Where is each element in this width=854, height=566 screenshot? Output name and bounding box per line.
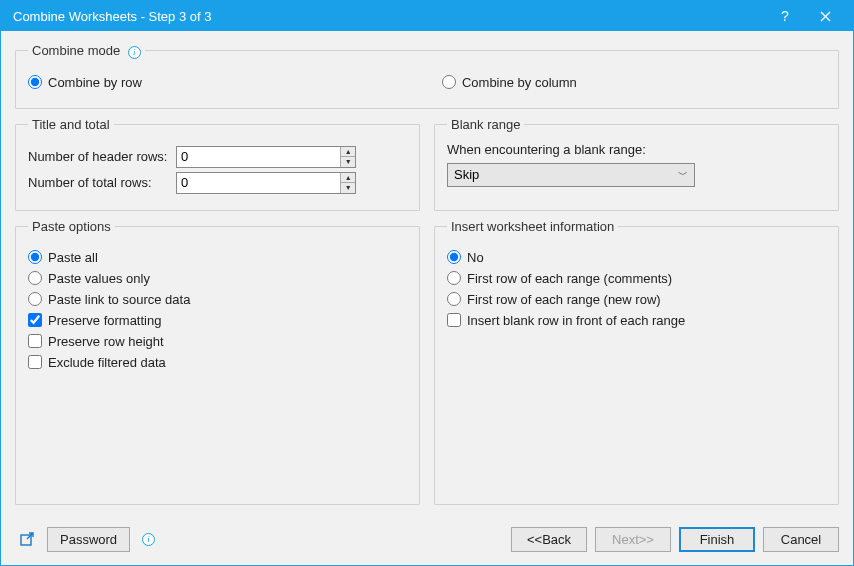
combine-by-row-label: Combine by row bbox=[48, 75, 142, 90]
preserve-formatting-checkbox[interactable] bbox=[28, 313, 42, 327]
paste-values-option[interactable]: Paste values only bbox=[28, 271, 407, 286]
window-title: Combine Worksheets - Step 3 of 3 bbox=[9, 9, 765, 24]
next-button: Next>> bbox=[595, 527, 671, 552]
info-icon[interactable]: i bbox=[142, 533, 155, 546]
insert-first-newrow-label: First row of each range (new row) bbox=[467, 292, 661, 307]
blank-range-legend: Blank range bbox=[447, 117, 524, 132]
paste-values-radio[interactable] bbox=[28, 271, 42, 285]
insert-first-comments-radio[interactable] bbox=[447, 271, 461, 285]
insert-first-newrow-option[interactable]: First row of each range (new row) bbox=[447, 292, 826, 307]
chevron-down-icon: ﹀ bbox=[678, 168, 688, 182]
combine-by-row-option[interactable]: Combine by row bbox=[28, 75, 142, 90]
spin-down-icon[interactable]: ▼ bbox=[341, 183, 355, 193]
total-rows-spinner[interactable]: ▲ ▼ bbox=[176, 172, 356, 194]
insert-no-option[interactable]: No bbox=[447, 250, 826, 265]
insert-blank-row-label: Insert blank row in front of each range bbox=[467, 313, 685, 328]
exclude-filtered-option[interactable]: Exclude filtered data bbox=[28, 355, 407, 370]
insert-first-newrow-radio[interactable] bbox=[447, 292, 461, 306]
password-button[interactable]: Password bbox=[47, 527, 130, 552]
paste-all-option[interactable]: Paste all bbox=[28, 250, 407, 265]
cancel-button[interactable]: Cancel bbox=[763, 527, 839, 552]
dialog-window: Combine Worksheets - Step 3 of 3 ? Combi… bbox=[0, 0, 854, 566]
title-total-group: Title and total Number of header rows: ▲… bbox=[15, 117, 420, 211]
insert-no-label: No bbox=[467, 250, 484, 265]
insert-no-radio[interactable] bbox=[447, 250, 461, 264]
header-rows-spin-buttons: ▲ ▼ bbox=[340, 147, 355, 167]
popout-button[interactable] bbox=[15, 527, 39, 551]
paste-options-group: Paste options Paste all Paste values onl… bbox=[15, 219, 420, 506]
combine-by-row-radio[interactable] bbox=[28, 75, 42, 89]
titlebar: Combine Worksheets - Step 3 of 3 ? bbox=[1, 1, 853, 31]
paste-link-radio[interactable] bbox=[28, 292, 42, 306]
insert-blank-row-option[interactable]: Insert blank row in front of each range bbox=[447, 313, 826, 328]
paste-options-legend: Paste options bbox=[28, 219, 115, 234]
preserve-row-height-checkbox[interactable] bbox=[28, 334, 42, 348]
insert-info-group: Insert worksheet information No First ro… bbox=[434, 219, 839, 506]
header-rows-spinner[interactable]: ▲ ▼ bbox=[176, 146, 356, 168]
combine-mode-options: Combine by row Combine by column bbox=[28, 69, 826, 96]
exclude-filtered-label: Exclude filtered data bbox=[48, 355, 166, 370]
blank-range-select[interactable]: Skip ﹀ bbox=[447, 163, 695, 187]
popout-icon bbox=[19, 531, 35, 547]
paste-values-label: Paste values only bbox=[48, 271, 150, 286]
insert-first-comments-label: First row of each range (comments) bbox=[467, 271, 672, 286]
help-button[interactable]: ? bbox=[765, 1, 805, 31]
total-rows-spin-buttons: ▲ ▼ bbox=[340, 173, 355, 193]
info-icon[interactable]: i bbox=[128, 46, 141, 59]
finish-button[interactable]: Finish bbox=[679, 527, 755, 552]
combine-mode-legend: Combine mode i bbox=[28, 43, 145, 59]
total-rows-label: Number of total rows: bbox=[28, 175, 176, 190]
insert-first-comments-option[interactable]: First row of each range (comments) bbox=[447, 271, 826, 286]
preserve-formatting-label: Preserve formatting bbox=[48, 313, 161, 328]
header-rows-label: Number of header rows: bbox=[28, 149, 176, 164]
preserve-formatting-option[interactable]: Preserve formatting bbox=[28, 313, 407, 328]
back-button[interactable]: <<Back bbox=[511, 527, 587, 552]
header-rows-row: Number of header rows: ▲ ▼ bbox=[28, 146, 407, 168]
content-area: Combine mode i Combine by row Combine by… bbox=[1, 31, 853, 513]
exclude-filtered-checkbox[interactable] bbox=[28, 355, 42, 369]
combine-by-column-radio[interactable] bbox=[442, 75, 456, 89]
combine-mode-group: Combine mode i Combine by row Combine by… bbox=[15, 43, 839, 109]
paste-link-option[interactable]: Paste link to source data bbox=[28, 292, 407, 307]
insert-info-legend: Insert worksheet information bbox=[447, 219, 618, 234]
total-rows-row: Number of total rows: ▲ ▼ bbox=[28, 172, 407, 194]
preserve-row-height-option[interactable]: Preserve row height bbox=[28, 334, 407, 349]
spin-up-icon[interactable]: ▲ bbox=[341, 173, 355, 184]
combine-by-column-option[interactable]: Combine by column bbox=[442, 75, 577, 90]
blank-range-prompt: When encountering a blank range: bbox=[447, 142, 826, 157]
close-button[interactable] bbox=[805, 1, 845, 31]
title-total-legend: Title and total bbox=[28, 117, 114, 132]
total-rows-input[interactable] bbox=[177, 173, 340, 193]
paste-link-label: Paste link to source data bbox=[48, 292, 190, 307]
spin-up-icon[interactable]: ▲ bbox=[341, 147, 355, 158]
preserve-row-height-label: Preserve row height bbox=[48, 334, 164, 349]
header-rows-input[interactable] bbox=[177, 147, 340, 167]
close-icon bbox=[820, 11, 831, 22]
paste-all-label: Paste all bbox=[48, 250, 98, 265]
blank-range-group: Blank range When encountering a blank ra… bbox=[434, 117, 839, 211]
combine-by-column-label: Combine by column bbox=[462, 75, 577, 90]
bottom-bar: Password i <<Back Next>> Finish Cancel bbox=[1, 513, 853, 565]
insert-blank-row-checkbox[interactable] bbox=[447, 313, 461, 327]
combine-mode-legend-text: Combine mode bbox=[32, 43, 120, 58]
paste-all-radio[interactable] bbox=[28, 250, 42, 264]
spin-down-icon[interactable]: ▼ bbox=[341, 157, 355, 167]
blank-range-selected: Skip bbox=[454, 167, 479, 182]
